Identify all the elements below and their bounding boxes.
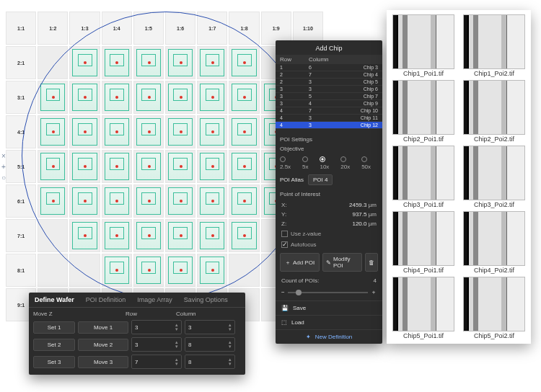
chip-die[interactable] [105, 118, 129, 146]
chip-die[interactable] [72, 118, 97, 146]
objective-option-20x[interactable]: 20x [340, 156, 357, 170]
chip-die[interactable] [168, 187, 193, 215]
thumbnail[interactable]: Chip1_Poi2.tif [462, 14, 527, 77]
wafer-cell[interactable] [197, 46, 227, 79]
wafer-cell[interactable] [229, 219, 259, 252]
circle-icon[interactable]: ○ [1, 174, 6, 182]
chip-die[interactable] [168, 118, 193, 146]
tab-image-array[interactable]: Image Array [131, 293, 178, 307]
move-button[interactable]: Move 2 [78, 339, 128, 351]
move-button[interactable]: Move 3 [78, 356, 128, 368]
wafer-cell[interactable] [197, 115, 227, 148]
wafer-cell[interactable] [197, 219, 227, 252]
wafer-cell[interactable] [38, 150, 68, 183]
wafer-cell[interactable] [102, 254, 132, 287]
thumbnail[interactable]: Chip3_Poi1.tif [391, 146, 456, 208]
set-button[interactable]: Set 3 [33, 356, 75, 368]
row-stepper[interactable]: 3▴▾ [131, 337, 182, 352]
wafer-cell[interactable] [229, 81, 259, 114]
wafer-cell[interactable] [38, 115, 68, 148]
chip-die[interactable] [168, 153, 193, 180]
chip-die[interactable] [136, 118, 161, 146]
chip-die[interactable] [72, 153, 97, 180]
set-button[interactable]: Set 2 [33, 339, 75, 351]
chip-die[interactable] [200, 257, 224, 284]
chip-table-row[interactable]: 34Chip 9 [276, 100, 382, 107]
wafer-cell[interactable] [229, 46, 259, 79]
wafer-cell[interactable] [197, 254, 227, 287]
wafer-cell[interactable] [133, 150, 164, 183]
wafer-cell[interactable] [197, 150, 227, 183]
wafer-cell[interactable] [165, 150, 195, 183]
wafer-cell[interactable] [69, 115, 100, 148]
add-poi-button[interactable]: ＋ Add POI [280, 253, 320, 272]
thumbnail[interactable]: Chip5_Poi2.tif [462, 277, 527, 339]
chip-die[interactable] [40, 153, 65, 180]
chip-table-row[interactable]: 43Chip 11 [276, 115, 382, 122]
wafer-cell[interactable] [38, 46, 68, 79]
wafer-cell[interactable] [165, 115, 195, 148]
chip-die[interactable] [136, 153, 161, 180]
chip-die[interactable] [232, 222, 256, 249]
chip-table-row[interactable]: 35Chip 7 [276, 93, 382, 100]
thumbnail[interactable]: Chip5_Poi1.tif [391, 277, 456, 339]
chip-table-row[interactable]: 23Chip 5 [276, 79, 382, 86]
thumbnail[interactable]: Chip3_Poi2.tif [462, 146, 527, 208]
chip-die[interactable] [105, 187, 129, 215]
chip-die[interactable] [200, 84, 224, 111]
move-button[interactable]: Move 1 [78, 321, 128, 334]
chip-die[interactable] [40, 187, 65, 215]
tab-define-wafer[interactable]: Define Wafer [29, 293, 80, 307]
wafer-cell[interactable] [69, 254, 100, 287]
chip-die[interactable] [136, 84, 161, 111]
thumbnail[interactable]: Chip4_Poi2.tif [462, 211, 527, 274]
wafer-cell[interactable] [197, 184, 227, 218]
chip-die[interactable] [200, 153, 224, 180]
wafer-cell[interactable] [69, 184, 100, 218]
wafer-cell[interactable] [165, 254, 195, 287]
use-z-row[interactable]: Use z-value [276, 228, 382, 239]
row-stepper[interactable]: 7▴▾ [131, 355, 182, 369]
tab-saving-options[interactable]: Saving Options [178, 293, 234, 307]
wafer-cell[interactable] [102, 81, 132, 114]
chip-die[interactable] [136, 49, 161, 76]
thumbnail[interactable]: Chip2_Poi1.tif [391, 80, 456, 143]
row-stepper[interactable]: 3▴▾ [131, 320, 182, 334]
objective-option-50x[interactable]: 50x [361, 156, 378, 170]
wafer-cell[interactable] [38, 81, 68, 114]
thumbnail[interactable]: Chip1_Poi1.tif [391, 14, 456, 77]
chip-die[interactable] [232, 153, 256, 180]
wafer-cell[interactable] [102, 46, 132, 79]
wafer-cell[interactable] [38, 254, 68, 287]
chip-die[interactable] [105, 49, 129, 76]
chip-die[interactable] [200, 187, 224, 215]
load-button[interactable]: ⬚ Load [276, 315, 382, 329]
chip-die[interactable] [200, 49, 224, 76]
chip-die[interactable] [40, 84, 65, 111]
wafer-cell[interactable] [133, 81, 164, 114]
autofocus-row[interactable]: Autofocus [276, 239, 382, 250]
wafer-cell[interactable] [69, 81, 100, 114]
chip-die[interactable] [105, 257, 129, 284]
wafer-cell[interactable] [38, 219, 68, 252]
wafer-cell[interactable] [133, 184, 164, 218]
wafer-cell[interactable] [69, 219, 100, 252]
slider-thumb[interactable] [296, 290, 302, 295]
wafer-cell[interactable] [133, 46, 164, 79]
chip-table-row[interactable]: 47Chip 10 [276, 107, 382, 115]
chip-table-row[interactable]: 16Chip 3 [276, 64, 382, 71]
wafer-cell[interactable] [229, 184, 259, 218]
chip-die[interactable] [200, 222, 224, 249]
chip-table-row[interactable]: 27Chip 4 [276, 71, 382, 79]
modify-poi-button[interactable]: ✎ Modify POI [322, 253, 362, 272]
wafer-cell[interactable] [102, 184, 132, 218]
wafer-cell[interactable] [38, 184, 68, 218]
chip-die[interactable] [72, 222, 97, 249]
slider-track[interactable] [288, 292, 368, 293]
objective-option-10x[interactable]: 10x [320, 156, 336, 170]
wafer-cell[interactable] [102, 115, 132, 148]
chip-die[interactable] [232, 187, 256, 215]
tab-poi-definition[interactable]: POI Definition [80, 293, 132, 307]
wafer-cell[interactable] [197, 81, 227, 114]
wafer-cell[interactable] [133, 115, 164, 148]
